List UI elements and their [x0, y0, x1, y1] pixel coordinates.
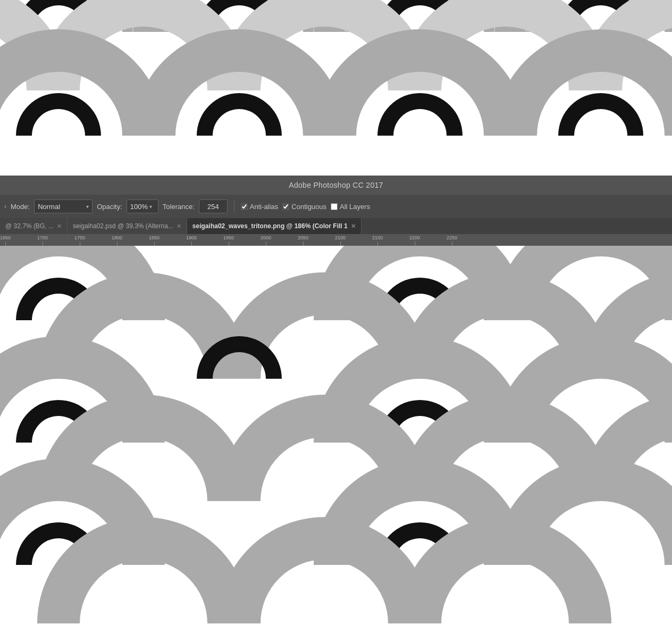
tab-bar: @ 32.7% (BG, ... ✕ seigaiha02.psd @ 39.3…: [0, 218, 672, 234]
tab-0[interactable]: @ 32.7% (BG, ... ✕: [0, 218, 68, 234]
opacity-value: 100%: [130, 203, 148, 211]
anti-alias-label[interactable]: Anti-alias: [241, 203, 278, 211]
ruler-tick-11: 2200: [409, 235, 420, 246]
ruler-tick-12: 2250: [447, 235, 457, 246]
contiguous-label[interactable]: Contiguous: [282, 203, 326, 211]
lower-pattern: [0, 246, 672, 633]
tab-1-label: seigaiha02.psd @ 39.3% (Alterna...: [73, 222, 173, 230]
contiguous-text: Contiguous: [291, 203, 326, 211]
ruler-tick-9: 2100: [335, 235, 346, 246]
all-layers-text: All Layers: [340, 203, 370, 211]
ruler-content: 1650 1700 1750 1800 1850 1900 1950 2000: [0, 234, 672, 246]
pattern-top: [0, 0, 672, 176]
contiguous-checkbox[interactable]: [282, 203, 289, 210]
title-bar: Adobe Photoshop CC 2017: [0, 176, 672, 195]
mode-value: Normal: [38, 203, 60, 211]
tab-2[interactable]: seigaiha02_waves_tritone.png @ 186% (Col…: [187, 218, 362, 234]
ruler-tick-4: 1850: [149, 235, 159, 246]
mode-label: Mode:: [11, 203, 30, 211]
lower-canvas: [0, 246, 672, 633]
app-title: Adobe Photoshop CC 2017: [289, 181, 383, 189]
tab-2-close[interactable]: ✕: [351, 223, 356, 230]
options-bar: ‹ Mode: Normal ▾ Opacity: 100% ▾ Toleran…: [0, 195, 672, 218]
opacity-dropdown[interactable]: 100% ▾: [127, 199, 158, 213]
mode-dropdown[interactable]: Normal ▾: [34, 199, 93, 213]
all-layers-label[interactable]: All Layers: [331, 203, 370, 211]
tab-0-close[interactable]: ✕: [57, 223, 62, 230]
tolerance-label: Tolerance:: [163, 203, 195, 211]
ruler: 1650 1700 1750 1800 1850 1900 1950 2000: [0, 234, 672, 246]
opacity-label: Opacity:: [97, 203, 122, 211]
tab-0-label: @ 32.7% (BG, ...: [5, 222, 54, 230]
ruler-tick-6: 1950: [223, 235, 234, 246]
divider-1: [234, 200, 234, 213]
anti-alias-text: Anti-alias: [250, 203, 278, 211]
ruler-tick-2: 1750: [74, 235, 85, 246]
tab-2-label: seigaiha02_waves_tritone.png @ 186% (Col…: [192, 222, 348, 230]
all-layers-checkbox[interactable]: [331, 203, 338, 210]
tab-1[interactable]: seigaiha02.psd @ 39.3% (Alterna... ✕: [68, 218, 187, 234]
ruler-tick-7: 2000: [261, 235, 271, 246]
ruler-tick-1: 1700: [37, 235, 48, 246]
opacity-arrow-icon: ▾: [149, 204, 152, 210]
anti-alias-checkbox[interactable]: [241, 203, 248, 210]
ruler-tick-8: 2050: [298, 235, 308, 246]
ruler-tick-10: 2150: [372, 235, 383, 246]
ruler-tick-0: 1650: [0, 235, 11, 246]
ruler-tick-3: 1800: [112, 235, 122, 246]
tolerance-input[interactable]: [199, 199, 228, 213]
dropdown-arrow-icon: ▾: [86, 204, 89, 210]
tab-1-close[interactable]: ✕: [177, 223, 181, 230]
ruler-tick-5: 1900: [186, 235, 197, 246]
left-arrow-icon: ‹: [4, 203, 6, 210]
